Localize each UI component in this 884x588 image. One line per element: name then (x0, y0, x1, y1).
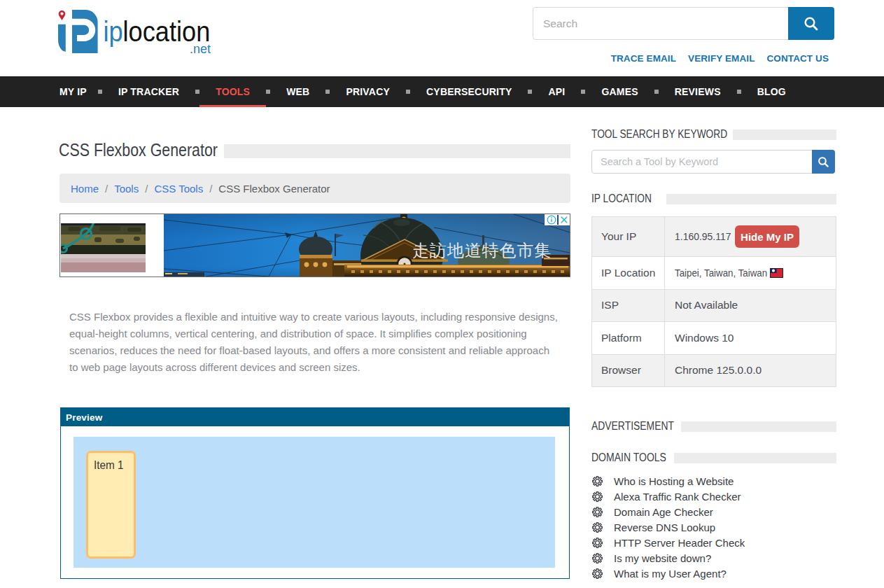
breadcrumb-css-tools[interactable]: CSS Tools (154, 183, 203, 195)
domain-tool-link[interactable]: Reverse DNS Lookup (614, 522, 715, 533)
trace-email-link[interactable]: TRACE EMAIL (611, 53, 676, 64)
nav-link[interactable]: REVIEWS (675, 86, 721, 97)
nav-item-tools[interactable]: TOOLS (199, 76, 266, 107)
nav-link[interactable]: API (548, 86, 565, 97)
title-decor-bar (224, 144, 570, 158)
ad-headline: 走訪地道特色市集 (412, 241, 552, 260)
nav-link[interactable]: TOOLS (216, 86, 250, 97)
breadcrumb-tools[interactable]: Tools (114, 183, 139, 195)
nav-link[interactable]: CYBERSECURITY (426, 86, 512, 97)
taiwan-flag-icon (770, 268, 783, 278)
domain-tool-link[interactable]: Who is Hosting a Website (614, 475, 734, 487)
row-label: IP Location (592, 257, 665, 290)
site-header: iplocation .net TRACE EMAIL VERIFY EMAIL… (0, 0, 884, 76)
map-pin-icon (59, 10, 66, 20)
nav-link[interactable]: MY IP (59, 86, 87, 97)
nav-link[interactable]: GAMES (601, 86, 638, 97)
nav-link[interactable]: IP TRACKER (118, 86, 179, 97)
domain-tool-item: Reverse DNS Lookup (591, 520, 836, 536)
domain-tool-link[interactable]: HTTP Server Header Check (614, 537, 745, 549)
nav-item-reviews[interactable]: REVIEWS (659, 76, 737, 107)
breadcrumb-separator: / (145, 183, 148, 195)
flex-item-1[interactable]: Item 1 (86, 451, 136, 559)
nav-item-blog[interactable]: BLOG (741, 76, 802, 107)
row-label: ISP (592, 289, 665, 322)
verify-email-link[interactable]: VERIFY EMAIL (688, 53, 755, 64)
gear-icon (592, 538, 603, 548)
intro-paragraph: CSS Flexbox provides a flexible and intu… (69, 309, 560, 376)
logo-net: .net (190, 41, 211, 56)
breadcrumb-current: CSS Flexbox Generator (218, 183, 330, 195)
domain-tool-link[interactable]: Domain Age Checker (614, 506, 713, 518)
nav-item-web[interactable]: WEB (270, 76, 325, 107)
search-icon (804, 16, 819, 31)
table-row: Your IP 1.160.95.117Hide My IP (592, 217, 836, 257)
nav-link[interactable]: PRIVACY (346, 86, 390, 97)
heading-decor-bar (681, 421, 836, 432)
domain-tools-heading-row: DOMAIN TOOLS (591, 451, 836, 464)
nav-link[interactable]: WEB (286, 86, 309, 97)
ad-thumbnail-image (61, 223, 146, 272)
nav-item-games[interactable]: GAMES (585, 76, 654, 107)
gear-icon (592, 507, 603, 517)
advertisement-heading: ADVERTISEMENT (591, 420, 674, 433)
domain-tool-item: HTTP Server Header Check (591, 536, 836, 551)
gear-icon (592, 568, 603, 579)
nav-item-ip-tracker[interactable]: IP TRACKER (102, 76, 195, 107)
row-value: Windows 10 (665, 322, 836, 355)
header-search-button[interactable] (788, 7, 834, 40)
ip-location-value: Taipei, Taiwan, Taiwan (675, 267, 767, 279)
heading-decor-bar (733, 130, 836, 140)
ad-main-image: 走訪地道特色市集 (164, 214, 570, 276)
row-label: Your IP (592, 217, 665, 257)
ad-info-icon[interactable] (546, 214, 557, 225)
gear-icon (592, 553, 603, 564)
row-label: Platform (592, 322, 665, 355)
header-links: TRACE EMAIL VERIFY EMAIL CONTACT US (611, 53, 829, 64)
tool-search-button[interactable] (812, 150, 835, 174)
domain-tool-link[interactable]: Alexa Traffic Rank Checker (614, 491, 741, 503)
nav-item-privacy[interactable]: PRIVACY (330, 76, 406, 107)
heading-decor-bar (666, 194, 836, 204)
breadcrumb-separator: / (209, 183, 212, 195)
preview-panel: Preview Item 1 (60, 407, 570, 579)
gear-icon (592, 491, 603, 502)
table-row: ISP Not Available (592, 289, 836, 322)
contact-us-link[interactable]: CONTACT US (767, 53, 829, 64)
page-title-row: CSS Flexbox Generator (59, 140, 570, 160)
nav-link[interactable]: BLOG (757, 86, 786, 97)
breadcrumb-separator: / (105, 183, 108, 195)
nav-item-my-ip[interactable]: MY IP (43, 76, 98, 107)
hide-my-ip-button[interactable]: Hide My IP (735, 225, 799, 248)
search-icon (818, 156, 829, 168)
flex-container: Item 1 (73, 437, 555, 568)
tool-search (591, 150, 835, 174)
domain-tool-link[interactable]: Is my website down? (614, 552, 711, 564)
page-title: CSS Flexbox Generator (59, 140, 218, 160)
breadcrumb: Home/ Tools/ CSS Tools/ CSS Flexbox Gene… (59, 174, 570, 203)
ip-location-table: Your IP 1.160.95.117Hide My IP IP Locati… (591, 216, 836, 387)
site-logo[interactable]: iplocation .net (58, 8, 219, 56)
tool-search-input[interactable] (591, 150, 835, 174)
ip-location-heading: IP LOCATION (591, 192, 652, 205)
flex-item-label: Item 1 (94, 458, 124, 472)
row-label: Browser (592, 354, 665, 387)
gear-icon (592, 476, 603, 486)
advertisement-heading-row: ADVERTISEMENT (591, 420, 836, 433)
header-search (533, 7, 834, 40)
row-value: Not Available (665, 289, 836, 322)
tool-search-heading-row: TOOL SEARCH BY KEYWORD (591, 128, 836, 141)
your-ip-value: 1.160.95.117 (675, 230, 731, 243)
nav-item-api[interactable]: API (532, 76, 581, 107)
domain-tool-item: What is my User Agent? (591, 566, 836, 581)
table-row: Browser Chrome 125.0.0.0 (592, 354, 836, 387)
domain-tool-item: Who is Hosting a Website (591, 474, 836, 489)
ad-choice-icons (545, 214, 570, 225)
heading-decor-bar (674, 453, 836, 463)
nav-item-cybersecurity[interactable]: CYBERSECURITY (410, 76, 528, 107)
ad-banner[interactable]: 走訪地道特色市集 (59, 214, 570, 277)
breadcrumb-home[interactable]: Home (71, 183, 99, 195)
ad-close-icon[interactable] (559, 214, 570, 225)
domain-tool-link[interactable]: What is my User Agent? (614, 568, 727, 580)
domain-tool-item: Is my website down? (591, 550, 836, 566)
